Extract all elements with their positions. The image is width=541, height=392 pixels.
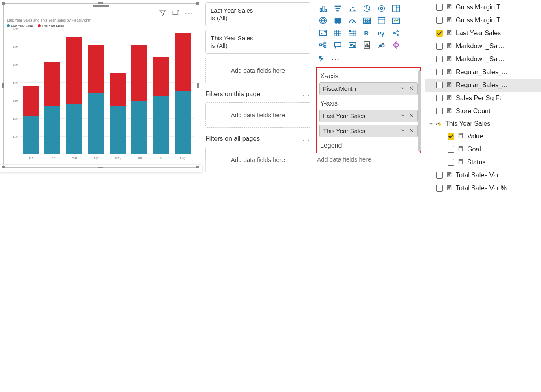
focus-mode-icon[interactable] [172, 9, 179, 18]
checkbox[interactable] [436, 17, 443, 24]
checkbox[interactable] [448, 159, 454, 166]
field-row[interactable]: Value [425, 130, 541, 143]
scatter-icon[interactable] [346, 3, 358, 14]
key-influencers-icon[interactable] [390, 28, 402, 38]
bar-stack[interactable] [131, 45, 147, 154]
checkbox[interactable] [436, 172, 443, 179]
checkbox[interactable] [448, 146, 454, 153]
chevron-down-icon[interactable] [400, 112, 405, 119]
bar-stack[interactable] [175, 33, 191, 154]
bar-stack[interactable] [66, 37, 82, 154]
field-row[interactable]: Markdown_Sal... [425, 53, 541, 66]
calculator-icon [446, 42, 453, 50]
checkbox[interactable] [436, 4, 443, 11]
bar-stack[interactable] [44, 62, 60, 154]
more-visuals-icon[interactable]: ··· [332, 55, 340, 63]
chart-visual[interactable]: ··· Last Year Sales and This Year Sales … [3, 3, 198, 168]
python-visual-icon[interactable]: Py [375, 28, 388, 38]
plot-area[interactable]: $1M$2M$3M$4M$5M$6M$7M JanFebMarAprMayJun… [8, 29, 194, 160]
canvas[interactable]: ··· Last Year Sales and This Year Sales … [0, 0, 202, 296]
slicer-icon[interactable] [317, 28, 329, 38]
donut-icon[interactable] [375, 3, 388, 14]
field-group-this-year-sales[interactable]: This Year Sales [425, 118, 541, 130]
field-row[interactable]: Gross Margin T... [425, 1, 541, 14]
power-apps-icon[interactable] [390, 40, 402, 50]
visual-filter-drop[interactable]: Add data fields here [205, 58, 310, 83]
resize-handle-icon[interactable] [98, 2, 103, 4]
yaxis-pill-1[interactable]: Last Year Sales [319, 110, 418, 122]
drag-handle-icon[interactable] [93, 5, 109, 7]
field-row[interactable]: Store Count [425, 105, 541, 118]
all-filter-drop[interactable]: Add data fields here [205, 147, 310, 172]
more-options-icon[interactable]: … [302, 134, 310, 143]
card-icon[interactable]: 123 [361, 15, 373, 26]
arc-gis-icon[interactable] [375, 40, 388, 50]
kpi-icon[interactable] [390, 15, 402, 26]
field-row[interactable]: Last Year Sales [425, 27, 541, 40]
field-row[interactable]: Regular_Sales_... [425, 66, 541, 79]
field-row[interactable]: Markdown_Sal... [425, 40, 541, 53]
column-chart-icon[interactable] [317, 3, 329, 14]
field-row[interactable]: Sales Per Sq Ft [425, 92, 541, 105]
checkbox[interactable] [436, 56, 443, 62]
chevron-down-icon[interactable] [400, 127, 405, 134]
map-icon[interactable] [317, 15, 329, 26]
decomposition-tree-icon[interactable] [317, 40, 329, 50]
bar-stack[interactable] [23, 86, 39, 154]
chevron-down-icon[interactable] [428, 121, 434, 127]
page-filter-drop[interactable]: Add data fields here [205, 102, 310, 128]
bar-stack[interactable] [110, 73, 126, 154]
chevron-down-icon[interactable] [400, 85, 405, 92]
more-options-icon[interactable]: ··· [185, 9, 194, 18]
svg-rect-20 [334, 30, 341, 36]
field-row[interactable]: Goal [425, 143, 541, 156]
qa-icon[interactable] [332, 40, 344, 50]
close-icon[interactable] [409, 112, 414, 119]
xaxis-pill[interactable]: FiscalMonth [319, 82, 418, 95]
resize-handle-icon[interactable] [197, 83, 199, 88]
bar-stack[interactable] [153, 57, 169, 154]
field-label: Markdown_Sal... [456, 56, 504, 63]
yaxis-pill-2[interactable]: This Year Sales [319, 125, 418, 137]
checkbox[interactable] [448, 133, 454, 140]
table-icon[interactable] [332, 28, 344, 38]
r-visual-icon[interactable]: R [361, 28, 373, 38]
field-row[interactable]: Status [425, 156, 541, 169]
power-automate-icon[interactable] [318, 54, 327, 64]
checkbox[interactable] [436, 30, 443, 37]
matrix-icon[interactable] [346, 28, 358, 38]
svg-point-108 [448, 187, 448, 188]
narrative-icon[interactable] [346, 40, 358, 50]
close-icon[interactable] [409, 85, 414, 92]
field-row[interactable]: Total Sales Var [425, 169, 541, 182]
gauge-icon[interactable] [346, 15, 358, 26]
checkbox[interactable] [436, 95, 443, 101]
field-row[interactable]: Regular_Sales_... [425, 79, 541, 92]
paginated-report-icon[interactable] [361, 40, 373, 50]
field-row[interactable]: Total Sales Var % [425, 182, 541, 195]
filter-icon[interactable] [159, 9, 166, 18]
filter-card-this-year[interactable]: This Year Sales is (All) [205, 30, 310, 54]
checkbox[interactable] [436, 69, 443, 75]
resize-handle-icon[interactable] [2, 2, 5, 5]
resize-handle-icon[interactable] [2, 83, 4, 88]
filter-card-last-year[interactable]: Last Year Sales is (All) [205, 2, 310, 26]
resize-handle-icon[interactable] [196, 2, 199, 5]
checkbox[interactable] [436, 43, 443, 50]
legend-drop[interactable]: Add data fields here [316, 153, 421, 165]
more-options-icon[interactable]: … [302, 90, 310, 98]
checkbox[interactable] [436, 108, 443, 114]
field-row[interactable]: Gross Margin T... [425, 14, 541, 27]
funnel-icon[interactable] [332, 3, 344, 14]
checkbox[interactable] [436, 185, 443, 192]
scrollbar[interactable] [418, 70, 421, 152]
svg-point-74 [449, 73, 450, 73]
treemap-icon[interactable] [390, 3, 402, 14]
multi-row-card-icon[interactable] [375, 15, 388, 26]
bar-stacks[interactable] [20, 29, 194, 154]
filled-map-icon[interactable] [332, 15, 344, 26]
close-icon[interactable] [409, 127, 414, 134]
bar-stack[interactable] [88, 45, 104, 154]
pie-icon[interactable] [361, 3, 373, 14]
checkbox[interactable] [436, 82, 443, 88]
